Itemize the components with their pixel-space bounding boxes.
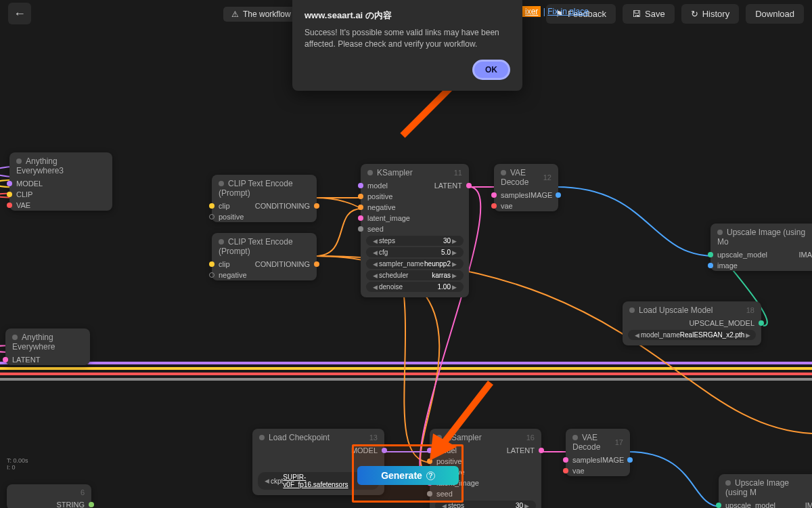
- generate-button[interactable]: Generate ?: [357, 466, 459, 485]
- node-load-upscale-model[interactable]: Load Upscale Model18 UPSCALE_MODEL ◀mode…: [623, 301, 761, 345]
- node-index: 6: [81, 488, 85, 496]
- port-label: IM: [805, 501, 812, 508]
- ok-button[interactable]: OK: [472, 60, 510, 80]
- alert-dialog: www.seaart.ai の内容 Success! It's possible…: [292, 0, 522, 91]
- port-label: LATENT: [434, 182, 462, 190]
- port-label: clip: [219, 202, 255, 210]
- node-index: 16: [526, 433, 535, 442]
- port-label: upscale_model: [717, 251, 798, 259]
- port-label: LATENT: [12, 356, 83, 364]
- port-label: STRING: [56, 501, 85, 508]
- port-label: latent_image: [367, 214, 462, 222]
- node-title: Anything Everywhere3: [16, 156, 64, 175]
- port-label: vae: [501, 202, 551, 210]
- port-label: MODEL: [16, 179, 106, 188]
- widget-scheduler[interactable]: ◀schedulerkarras▶: [366, 270, 464, 280]
- port-label: LATENT: [507, 446, 535, 454]
- node-title: Upscale Image (using Mo: [717, 228, 805, 247]
- node-title: Load Upscale Model: [639, 305, 713, 315]
- port-label: CLIP: [16, 190, 106, 198]
- node-index: 12: [543, 173, 551, 182]
- port-label: samples: [572, 456, 600, 464]
- port-label: IMAGE: [600, 456, 624, 464]
- node-title: Upscale Image (using M: [725, 478, 789, 497]
- history-button[interactable]: ↻History: [681, 4, 739, 24]
- node-upscale-image[interactable]: Upscale Image (using Mo upscale_modelIMA…: [710, 224, 812, 271]
- port-label: CONDITIONING: [255, 202, 310, 210]
- port-label: VAE: [16, 201, 106, 209]
- node-index: 17: [615, 438, 623, 446]
- node-title: CLIP Text Encode (Prompt): [219, 237, 293, 256]
- node-title: KSampler: [377, 168, 413, 177]
- stats: T: 0.00s I: 0: [7, 457, 28, 471]
- history-icon: ↻: [691, 9, 698, 19]
- node-index: 11: [454, 169, 462, 177]
- port-label: positive: [219, 213, 310, 221]
- warning-icon: ⚠: [231, 9, 239, 19]
- save-button[interactable]: 🖫Save: [623, 4, 675, 24]
- widget-sampler[interactable]: ◀sampler_nameheunpp2▶: [366, 259, 464, 269]
- node-clip-text-encode-2[interactable]: CLIP Text Encode (Prompt) clipCONDITIONI…: [212, 233, 317, 280]
- node-anything-everywhere[interactable]: Anything Everywhere LATENT: [5, 329, 90, 365]
- save-icon: 🖫: [632, 9, 641, 19]
- help-icon: ?: [426, 471, 435, 480]
- generate-label: Generate: [381, 470, 422, 481]
- arrow-left-icon: ←: [14, 7, 26, 21]
- port-label: negative: [219, 271, 310, 279]
- port-label: IMAGE: [528, 191, 552, 199]
- fix-in-place-link[interactable]: Fix in place: [547, 7, 589, 16]
- port-label: UPSCALE_MODEL: [689, 319, 754, 327]
- port-label: clip: [219, 260, 255, 268]
- node-vae-decode-12[interactable]: VAE Decode12 samplesIMAGE vae: [494, 164, 558, 211]
- port-label: samples: [501, 191, 528, 199]
- port-label: positive: [367, 192, 462, 200]
- node-clip-text-encode-1[interactable]: CLIP Text Encode (Prompt) clipCONDITIONI…: [212, 175, 317, 222]
- node-anything-everywhere3[interactable]: Anything Everywhere3 MODEL CLIP VAE: [9, 152, 112, 211]
- dialog-title: www.seaart.ai の内容: [304, 9, 510, 22]
- node-6[interactable]: 6 STRING: [7, 484, 91, 508]
- port-label: model: [367, 182, 434, 190]
- port-label: negative: [367, 203, 462, 211]
- node-index: 18: [746, 306, 754, 314]
- port-label: IMA: [798, 251, 812, 259]
- widget-cfg[interactable]: ◀cfg5.0▶: [366, 247, 464, 257]
- fixer-link[interactable]: ixer: [522, 6, 541, 17]
- node-vae-decode-17[interactable]: VAE Decode17 samplesIMAGE vae: [566, 429, 630, 476]
- node-title: CLIP Text Encode (Prompt): [219, 179, 293, 198]
- node-title: KSampler: [446, 433, 482, 442]
- node-ksampler-11[interactable]: KSampler11 modelLATENT positive negative…: [361, 164, 469, 297]
- node-index: 13: [369, 433, 378, 442]
- back-button[interactable]: ←: [8, 3, 31, 24]
- node-title: Anything Everywhere: [12, 333, 55, 352]
- download-button[interactable]: Download: [746, 4, 804, 24]
- port-label: CONDITIONING: [255, 260, 310, 268]
- widget-model-name[interactable]: ◀model_nameRealESRGAN_x2.pth▶: [628, 330, 756, 340]
- widget-denoise[interactable]: ◀denoise1.00▶: [366, 282, 464, 292]
- port-label: upscale_model: [725, 501, 805, 508]
- port-label: image: [717, 261, 812, 270]
- node-title: Load Checkpoint: [269, 433, 330, 442]
- widget-steps[interactable]: ◀steps30▶: [366, 236, 464, 246]
- node-upscale-image-2[interactable]: Upscale Image (using M upscale_modelIM i…: [719, 474, 812, 508]
- port-label: vae: [572, 467, 623, 475]
- fix-links: ixer | Fix in place: [522, 7, 589, 16]
- dialog-message: Success! It's possible some valid links …: [304, 27, 510, 50]
- port-label: seed: [367, 225, 462, 233]
